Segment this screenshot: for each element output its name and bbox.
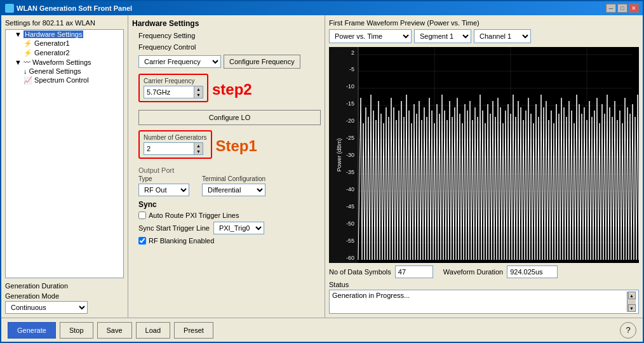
type-dropdown[interactable]: RF Out xyxy=(138,184,189,196)
y-label-40: -40 xyxy=(346,186,354,192)
status-label: Status xyxy=(329,281,639,288)
num-generators-input[interactable] xyxy=(144,142,194,155)
tree-item-hardware-settings[interactable]: ▼ Hardware Settings xyxy=(6,30,123,39)
rf-blanking-label: RF Blanking Enabled xyxy=(149,237,214,245)
y-label-25: -25 xyxy=(346,135,354,141)
close-button[interactable]: ✕ xyxy=(629,4,639,13)
wlan-icon xyxy=(5,4,14,13)
bottom-info: No of Data Symbols Waveform Duration xyxy=(329,266,639,278)
type-col: Type RF Out xyxy=(138,175,189,196)
help-button[interactable]: ? xyxy=(620,322,636,339)
tree-container[interactable]: ▼ Hardware Settings ⚡ Generator1 ⚡ Gener… xyxy=(5,29,124,278)
view-dropdown[interactable]: Power vs. Time Frequency vs. Time xyxy=(329,29,412,43)
y-label-55: -55 xyxy=(346,238,354,244)
rf-blanking-checkbox[interactable] xyxy=(138,237,146,245)
freq-control-dropdown[interactable]: Carrier Frequency xyxy=(138,55,221,68)
terminal-col: Terminal Configuration Differential xyxy=(202,175,265,196)
output-port-section: Output Port Type RF Out Terminal Configu… xyxy=(138,166,321,196)
auto-route-checkbox[interactable] xyxy=(138,212,146,219)
chart-wrapper: 2 -5 -10 -15 -20 -25 -30 -35 -40 -45 -50… xyxy=(329,47,639,263)
carrier-freq-down-arrow[interactable]: ▼ xyxy=(194,92,203,98)
gen1-icon: ⚡ xyxy=(23,39,34,47)
tree-item-generator2[interactable]: ⚡ Generator2 xyxy=(6,48,123,58)
terminal-config-dropdown[interactable]: Differential xyxy=(202,184,265,196)
maximize-button[interactable]: □ xyxy=(617,4,627,13)
y-label-30: -30 xyxy=(346,152,354,158)
save-button[interactable]: Save xyxy=(97,322,132,339)
hardware-settings-label: Hardware Settings xyxy=(23,30,84,38)
minimize-button[interactable]: ─ xyxy=(606,4,616,13)
left-panel: Settings for 802.11 ax WLAN ▼ Hardware S… xyxy=(1,15,128,318)
gen-duration-title: Generation Duration xyxy=(5,282,124,290)
segment-dropdown[interactable]: Segment 1 Segment 2 xyxy=(414,29,471,43)
y-label-45: -45 xyxy=(346,203,354,210)
tree-item-generator1[interactable]: ⚡ Generator1 xyxy=(6,39,123,48)
sync-start-label: Sync Start Trigger Line xyxy=(138,224,210,232)
num-generators-input-row: ▲ ▼ xyxy=(144,142,207,155)
sync-start-row: Sync Start Trigger Line PXI_Trig0 xyxy=(138,222,321,234)
status-section: Status Generation in Progress... ▲ ▼ xyxy=(329,281,639,314)
gen-mode-dropdown-row: Continuous Finite Single xyxy=(5,301,124,314)
tree-item-general-settings[interactable]: ↓ General Settings xyxy=(6,67,123,76)
hw-settings-title: Hardware Settings xyxy=(132,19,321,28)
title-bar-left: WLAN Generation Soft Front Panel xyxy=(5,4,132,13)
freq-control-row: Carrier Frequency Configure Frequency xyxy=(138,55,321,69)
auto-route-row: Auto Route PXI Trigger Lines xyxy=(138,212,321,219)
waveform-chart: 2 -5 -10 -15 -20 -25 -30 -35 -40 -45 -50… xyxy=(329,47,639,263)
settings-title: Settings for 802.11 ax WLAN xyxy=(5,19,124,27)
preview-controls: Power vs. Time Frequency vs. Time Segmen… xyxy=(329,29,639,43)
carrier-freq-spinner: ▲ ▼ xyxy=(194,86,203,98)
waveform-duration-input[interactable] xyxy=(507,266,558,278)
y-label-20: -20 xyxy=(346,118,354,124)
wave-expand-arrow-icon: ▼ xyxy=(15,58,23,66)
preset-button[interactable]: Preset xyxy=(174,322,213,339)
load-button[interactable]: Load xyxy=(136,322,170,339)
middle-panel: Hardware Settings Frequency Setting Freq… xyxy=(128,15,325,318)
no-data-symbols-input[interactable] xyxy=(395,266,433,278)
channel-dropdown[interactable]: Channel 1 Channel 2 xyxy=(474,29,531,43)
content-area: Settings for 802.11 ax WLAN ▼ Hardware S… xyxy=(1,15,643,318)
carrier-freq-input[interactable] xyxy=(144,86,194,98)
num-generators-up-arrow[interactable]: ▲ xyxy=(194,143,203,149)
configure-frequency-button[interactable]: Configure Frequency xyxy=(224,55,300,69)
title-bar: WLAN Generation Soft Front Panel ─ □ ✕ xyxy=(1,1,643,15)
sync-title: Sync xyxy=(138,200,321,209)
num-generators-down-arrow[interactable]: ▼ xyxy=(194,149,203,154)
y-label-15: -15 xyxy=(346,100,354,107)
stop-button[interactable]: Stop xyxy=(60,322,93,339)
preview-title: First Frame Waveform Preview (Power vs. … xyxy=(329,19,639,27)
tree-item-waveform-settings[interactable]: ▼ 〰 Waveform Settings xyxy=(6,58,123,67)
configure-lo-button[interactable]: Configure LO xyxy=(138,110,321,125)
y-label-60: -60 xyxy=(346,255,354,261)
y-label-35: -35 xyxy=(346,169,354,175)
sync-start-dropdown[interactable]: PXI_Trig0 xyxy=(213,222,264,234)
window-title: WLAN Generation Soft Front Panel xyxy=(17,4,132,12)
rf-blanking-row: RF Blanking Enabled xyxy=(138,237,321,245)
y-label-2: 2 xyxy=(351,50,354,56)
freq-control-label: Frequency Control xyxy=(138,43,321,51)
gen-mode-label: Generation Mode xyxy=(5,292,124,300)
generation-duration-section: Generation Duration Generation Mode Cont… xyxy=(5,282,124,314)
output-port-row: Type RF Out Terminal Configuration Diffe… xyxy=(138,175,321,196)
carrier-freq-up-arrow[interactable]: ▲ xyxy=(194,86,203,92)
y-label-50: -50 xyxy=(346,220,354,227)
expand-arrow-icon: ▼ xyxy=(15,30,23,38)
y-axis-title: Power (dBm) xyxy=(336,138,342,172)
spectrum-icon: 📈 xyxy=(23,76,34,84)
y-label-5: -5 xyxy=(349,66,354,72)
auto-route-label: Auto Route PXI Trigger Lines xyxy=(149,212,239,219)
wave-icon: 〰 xyxy=(23,58,32,66)
carrier-freq-label: Carrier Frequency xyxy=(144,77,203,84)
gen2-icon: ⚡ xyxy=(23,49,34,57)
step1-label: Step1 xyxy=(216,137,257,155)
terminal-config-label: Terminal Configuration xyxy=(202,175,265,182)
num-generators-label: Number of Generators xyxy=(144,134,207,141)
generate-button[interactable]: Generate xyxy=(8,322,56,339)
freq-setting-label: Frequency Setting xyxy=(138,32,321,39)
waveform-duration-label: Waveform Duration xyxy=(443,268,503,276)
y-label-10: -10 xyxy=(346,83,354,90)
tree-item-spectrum-control[interactable]: 📈 Spectrum Control xyxy=(6,76,123,85)
gen-mode-dropdown[interactable]: Continuous Finite Single xyxy=(5,301,88,314)
scroll-down-arrow[interactable]: ▼ xyxy=(628,304,636,312)
scroll-up-arrow[interactable]: ▲ xyxy=(628,292,636,299)
